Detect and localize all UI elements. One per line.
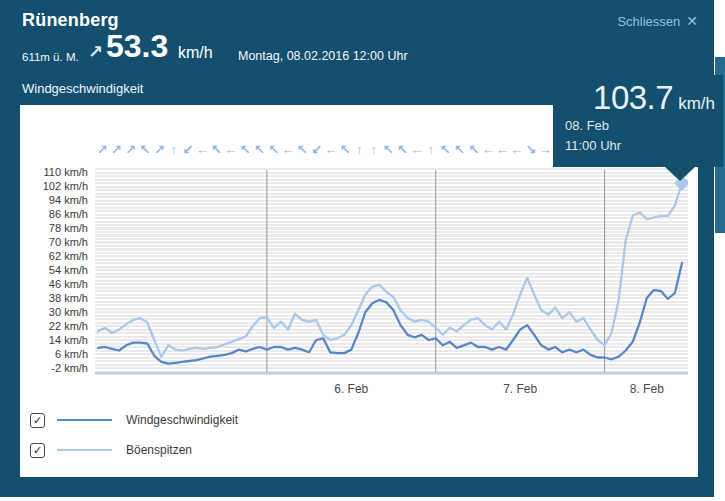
wind-direction-arrow-icon: ↖ — [252, 142, 266, 157]
y-tick-label: -2 km/h — [20, 361, 88, 375]
wind-direction-arrow-icon: ← — [495, 142, 509, 157]
legend-line-sample — [57, 449, 112, 451]
tooltip-time: 11:00 Uhr — [565, 138, 723, 153]
x-axis-label: 8. Feb — [630, 382, 664, 396]
y-tick-label: 86 km/h — [20, 207, 88, 221]
y-tick-label: 22 km/h — [20, 319, 88, 333]
y-tick-label: 14 km/h — [20, 333, 88, 347]
wind-chart — [95, 168, 688, 375]
y-tick-label: 6 km/h — [20, 347, 88, 361]
chart-legend: ✓Windgeschwindigkeit✓Böenspitzen — [30, 405, 238, 465]
wind-direction-arrow-icon: ↖ — [209, 142, 223, 157]
chart-section-title: Windgeschwindigkeit — [22, 81, 143, 96]
wind-direction-arrow-icon: ↙ — [181, 142, 195, 157]
wind-direction-arrow-icon: ↖ — [438, 142, 452, 157]
legend-label: Windgeschwindigkeit — [126, 413, 238, 427]
y-tick-label: 38 km/h — [20, 291, 88, 305]
wind-chart-plot-area[interactable] — [95, 168, 688, 375]
series-line-windgeschwindigkeit — [98, 263, 682, 364]
tooltip-pointer — [665, 167, 695, 181]
wind-direction-arrow-icon: ← — [224, 142, 238, 157]
close-label: Schliessen — [617, 14, 680, 29]
current-wind-unit: km/h — [178, 44, 213, 62]
wind-direction-arrow-icon: ↖ — [467, 142, 481, 157]
legend-checkbox[interactable]: ✓ — [30, 443, 45, 458]
wind-direction-arrow-icon: ↑ — [424, 142, 438, 157]
close-button[interactable]: Schliessen ✕ — [617, 13, 698, 29]
wind-direction-arrow-icon: ↖ — [267, 142, 281, 157]
station-altitude: 611m ü. M. — [22, 51, 79, 63]
tooltip-value: 103.7 — [593, 79, 673, 116]
x-axis-label: 7. Feb — [503, 382, 537, 396]
y-axis-tick-labels: 110 km/h102 km/h94 km/h86 km/h78 km/h70 … — [20, 165, 88, 375]
wind-direction-arrow-icon: ↖ — [238, 142, 252, 157]
current-datetime: Montag, 08.02.2016 12:00 Uhr — [238, 49, 408, 63]
station-title: Rünenberg — [22, 10, 119, 31]
wind-direction-icon: ↗ — [88, 41, 103, 63]
wind-direction-arrow-icon: ← — [324, 142, 338, 157]
wind-direction-arrow-icon: ↗ — [124, 142, 138, 157]
wind-direction-arrow-icon: ↖ — [295, 142, 309, 157]
chart-tooltip: 103.7km/h 08. Feb 11:00 Uhr — [553, 75, 723, 167]
wind-direction-arrow-icon: ↑ — [166, 142, 180, 157]
wind-direction-arrow-icon: ↖ — [395, 142, 409, 157]
wind-direction-arrow-icon: ↖ — [381, 142, 395, 157]
legend-line-sample — [57, 419, 112, 421]
current-wind-value: 53.3 — [106, 28, 168, 65]
wind-direction-arrow-icon: ↑ — [352, 142, 366, 157]
wind-direction-arrow-icon: ↑ — [367, 142, 381, 157]
wind-direction-arrow-icon: ↗ — [109, 142, 123, 157]
x-axis-labels: 6. Feb7. Feb8. Feb — [95, 382, 688, 398]
wind-direction-arrow-icon: ← — [410, 142, 424, 157]
legend-checkbox[interactable]: ✓ — [30, 413, 45, 428]
wind-direction-arrow-icon: ↗ — [95, 142, 109, 157]
wind-direction-arrow-icon: ← — [281, 142, 295, 157]
series-line-boeenspitzen — [98, 183, 682, 357]
y-tick-label: 30 km/h — [20, 305, 88, 319]
y-tick-label: 78 km/h — [20, 221, 88, 235]
y-tick-label: 54 km/h — [20, 263, 88, 277]
wind-direction-arrow-icon: ↖ — [138, 142, 152, 157]
legend-row: ✓Windgeschwindigkeit — [30, 405, 238, 435]
wind-direction-arrow-icon: ↘ — [524, 142, 538, 157]
tooltip-date: 08. Feb — [565, 118, 723, 133]
wind-direction-arrow-icon: ← — [195, 142, 209, 157]
tooltip-unit: km/h — [678, 94, 715, 113]
y-tick-label: 94 km/h — [20, 193, 88, 207]
wind-widget: Rünenberg Schliessen ✕ 611m ü. M. ↗ 53.3… — [0, 0, 714, 497]
wind-direction-arrow-icon: ↖ — [338, 142, 352, 157]
y-tick-label: 62 km/h — [20, 249, 88, 263]
wind-direction-arrow-icon: ↙ — [309, 142, 323, 157]
wind-direction-arrow-icon: → — [538, 142, 552, 157]
y-tick-label: 46 km/h — [20, 277, 88, 291]
y-tick-label: 110 km/h — [20, 165, 88, 179]
wind-direction-arrow-icon: ← — [481, 142, 495, 157]
legend-label: Böenspitzen — [126, 443, 192, 457]
close-icon: ✕ — [686, 13, 698, 29]
y-tick-label: 102 km/h — [20, 179, 88, 193]
legend-row: ✓Böenspitzen — [30, 435, 238, 465]
wind-direction-arrow-icon: ↖ — [452, 142, 466, 157]
x-axis-label: 6. Feb — [334, 382, 368, 396]
y-tick-label: 70 km/h — [20, 235, 88, 249]
wind-direction-arrow-icon: ↗ — [152, 142, 166, 157]
wind-direction-arrow-icon: ← — [510, 142, 524, 157]
